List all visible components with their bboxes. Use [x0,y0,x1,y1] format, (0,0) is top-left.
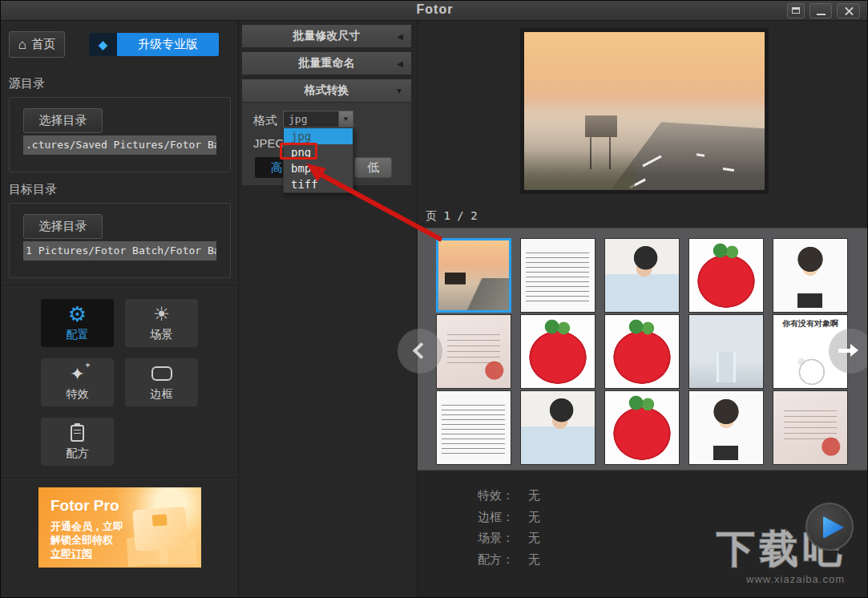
thumbnail-man[interactable] [604,238,680,313]
thumbnail-straw[interactable] [604,390,680,465]
restore-icon [792,7,800,14]
format-select[interactable]: jpg ▼ [283,111,353,127]
panel-format-convert[interactable]: 格式转换 ▼ [242,79,411,102]
tool-recipe-button[interactable]: 配方 [41,418,114,466]
thumbnail-road[interactable] [436,238,511,313]
preview-frame [520,28,769,194]
tool-scene-label: 场景 [151,328,173,342]
left-panel: ⌂ 首页 ◆ 升级专业版 源目录 选择目录 .ctures/Saved Pict… [1,21,239,598]
thumbnail-doc[interactable] [520,238,595,313]
straw-image [521,315,595,388]
tool-recipe-label: 配方 [67,446,89,461]
status-area: 特效：无 边框：无 场景：无 配方：无 [418,471,868,598]
format-option-jpg[interactable]: jpg [284,128,353,144]
frame-icon [151,366,172,381]
format-option-bmp[interactable]: bmp [284,160,353,176]
format-dropdown: jpg png bmp tiff [283,127,353,193]
play-icon [823,516,844,539]
man-image [521,391,595,464]
format-option-tiff[interactable]: tiff [284,176,353,192]
next-page-button[interactable] [829,329,868,374]
choose-target-dir-button[interactable]: 选择目录 [23,214,103,239]
target-dir-path: 1 Pictures/Fotor Batch/Fotor Batch [23,241,216,261]
chevron-down-icon: ▼ [344,111,348,127]
chevron-left-icon [413,342,430,359]
tool-effects-label: 特效 [67,387,89,402]
home-icon: ⌂ [18,37,26,53]
sparkles-icon: ✦ [70,364,84,384]
dropdown-arrow-button[interactable]: ▼ [338,111,353,127]
thumbnail-straw[interactable] [604,314,680,389]
annotation-box [280,143,317,160]
minimize-icon [817,14,826,15]
app-title: Fotor [1,2,868,17]
close-button[interactable] [837,3,860,18]
expanded-arrow-icon: ▼ [395,87,403,95]
divider [1,285,239,287]
sun-icon: ☀ [153,304,171,325]
doc-image [521,239,595,312]
source-dir-label: 源目录 [9,76,45,91]
gear-icon: ⚙ [68,304,87,325]
fotor-pro-banner[interactable]: Fotor Pro 开通会员，立即 解锁全部特权 立即订阅 [38,487,201,568]
prev-page-button[interactable] [398,329,442,374]
straw-image [689,239,763,312]
titlebar: Fotor [1,1,868,21]
status-recipe: 配方：无 [454,552,540,568]
source-dir-box: 选择目录 .ctures/Saved Pictures/Fotor Batch [9,97,231,172]
format-label: 格式 [253,113,277,128]
format-selected-value: jpg [289,113,307,125]
panel-batch-rename[interactable]: 批量重命名 ◀ [242,52,411,75]
clipboard-icon [71,425,84,442]
restore-button[interactable] [787,3,805,18]
banner-title: Fotor Pro [50,497,119,515]
home-button[interactable]: ⌂ 首页 [9,31,65,58]
cert-image [773,391,847,464]
minimize-button[interactable] [809,3,832,18]
tool-config-button[interactable]: ⚙ 配置 [41,299,114,347]
road-image [438,240,509,310]
diamond-icon: ◆ [99,38,108,52]
thumbnail-cert[interactable] [773,390,848,465]
thumbnail-girl[interactable] [688,390,764,465]
quality-low-button[interactable]: 低 [354,157,392,178]
thumbnail-grid: 你有没有对象啊 [436,238,848,465]
thumbnail-straw[interactable] [688,238,764,313]
thumbnail-panel: 你有没有对象啊 [418,228,868,471]
subscribe-link[interactable]: 立即订阅 [50,547,92,561]
panel-batch-resize[interactable]: 批量修改尺寸 ◀ [242,25,411,47]
bottle-image [689,315,763,388]
source-dir-path: .ctures/Saved Pictures/Fotor Batch [23,135,216,155]
straw-image [605,391,679,464]
arrow-right-icon [838,349,851,353]
fotor-window: Fotor ⌂ 首页 ◆ 升级专业版 源目录 选择目录 .ctures/Save… [0,0,868,598]
divider [1,478,239,479]
thumbnail-man[interactable] [520,390,595,465]
thumbnail-bottle[interactable] [688,314,764,389]
target-dir-box: 选择目录 1 Pictures/Fotor Batch/Fotor Batch [9,203,231,278]
home-label: 首页 [31,37,55,52]
girl-image [689,391,763,464]
status-border: 边框：无 [454,510,540,525]
status-scene: 场景：无 [454,531,540,546]
thumbnail-straw[interactable] [520,314,595,389]
preview-image-foggy-road [524,32,765,190]
banner-line2: 解锁全部特权 [50,533,113,547]
choose-source-dir-button[interactable]: 选择目录 [23,108,103,133]
doc-image [437,391,511,464]
thumbnail-caption: 你有没有对象啊 [773,318,847,329]
thumbnail-girl[interactable] [773,238,848,313]
thumbnail-doc[interactable] [436,390,511,465]
tool-effects-button[interactable]: ✦ 特效 [41,358,114,406]
straw-image [605,315,679,388]
cert-image [437,315,511,388]
collapsed-arrow-icon: ◀ [397,32,403,41]
status-effects: 特效：无 [454,488,540,503]
upgrade-pro-button[interactable]: ◆ 升级专业版 [89,33,219,56]
banner-line1: 开通会员，立即 [50,519,123,534]
tool-scene-button[interactable]: ☀ 场景 [125,299,198,347]
thumbnail-cert[interactable] [436,314,511,389]
start-batch-button[interactable] [805,503,854,551]
tool-border-button[interactable]: 边框 [125,358,198,406]
tool-config-label: 配置 [67,328,89,342]
